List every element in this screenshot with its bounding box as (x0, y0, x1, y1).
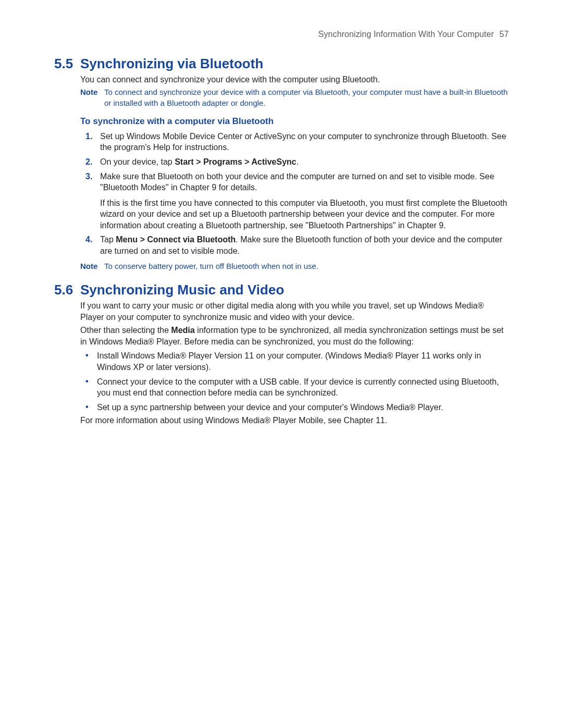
note-block: Note To connect and synchronize your dev… (80, 87, 509, 108)
step-text: Tap Menu > Connect via Bluetooth. Make s… (100, 234, 509, 256)
paragraph-pre: Other than selecting the (80, 326, 171, 335)
step-text-pre: Tap (100, 235, 116, 244)
paragraph: If you want to carry your music or other… (80, 300, 509, 323)
section-number: 5.6 (54, 281, 80, 299)
step-number: 4. (80, 234, 100, 245)
bullet-text: Set up a sync partnership between your d… (97, 402, 509, 413)
note-text: To connect and synchronize your device w… (104, 87, 509, 108)
step-text-main: Make sure that Bluetooth on both your de… (100, 172, 494, 192)
step-text-pre: On your device, tap (100, 157, 175, 166)
step-1: 1. Set up Windows Mobile Device Center o… (80, 131, 509, 153)
bullet-item: • Set up a sync partnership between your… (80, 402, 509, 413)
procedure-steps: 1. Set up Windows Mobile Device Center o… (80, 131, 509, 257)
step-text: Make sure that Bluetooth on both your de… (100, 171, 509, 231)
step-text-bold: Menu > Connect via Bluetooth (116, 235, 236, 244)
intro-paragraph: You can connect and synchronize your dev… (80, 74, 509, 85)
step-2: 2. On your device, tap Start > Programs … (80, 156, 509, 168)
step-text: Set up Windows Mobile Device Center or A… (100, 131, 509, 153)
bullet-icon: • (80, 402, 97, 412)
bullet-list: • Install Windows Media® Player Version … (80, 350, 509, 413)
bullet-text: Install Windows Media® Player Version 11… (97, 350, 509, 373)
bullet-icon: • (80, 350, 97, 360)
note-block: Note To conserve battery power, turn off… (80, 261, 509, 272)
note-text: To conserve battery power, turn off Blue… (104, 261, 509, 272)
section-5-5: 5.5 Synchronizing via Bluetooth You can … (54, 55, 509, 272)
running-header: Synchronizing Information With Your Comp… (54, 29, 509, 40)
paragraph: For more information about using Windows… (80, 415, 509, 426)
section-title: Synchronizing via Bluetooth (80, 55, 263, 73)
section-number: 5.5 (54, 55, 80, 73)
procedure-subhead: To synchronize with a computer via Bluet… (80, 116, 509, 128)
note-label: Note (80, 87, 104, 97)
step-text-bold: Start > Programs > ActiveSync (175, 157, 296, 166)
step-number: 1. (80, 131, 100, 142)
chapter-title: Synchronizing Information With Your Comp… (318, 30, 494, 39)
section-title: Synchronizing Music and Video (80, 281, 284, 299)
section-body: If you want to carry your music or other… (80, 300, 509, 426)
document-page: Synchronizing Information With Your Comp… (0, 0, 563, 728)
step-number: 3. (80, 171, 100, 182)
section-body: You can connect and synchronize your dev… (80, 74, 509, 272)
bullet-icon: • (80, 376, 97, 386)
bullet-text: Connect your device to the computer with… (97, 376, 509, 399)
section-5-6: 5.6 Synchronizing Music and Video If you… (54, 281, 509, 426)
bullet-item: • Install Windows Media® Player Version … (80, 350, 509, 373)
step-text-post: . (296, 157, 298, 166)
step-continuation: If this is the first time you have conne… (100, 198, 509, 231)
section-heading: 5.6 Synchronizing Music and Video (54, 281, 509, 299)
step-text: On your device, tap Start > Programs > A… (100, 156, 509, 168)
step-4: 4. Tap Menu > Connect via Bluetooth. Mak… (80, 234, 509, 256)
section-heading: 5.5 Synchronizing via Bluetooth (54, 55, 509, 73)
note-label: Note (80, 261, 104, 272)
step-3: 3. Make sure that Bluetooth on both your… (80, 171, 509, 231)
step-number: 2. (80, 156, 100, 168)
page-number: 57 (499, 30, 509, 39)
paragraph-bold: Media (171, 326, 194, 335)
paragraph: Other than selecting the Media informati… (80, 325, 509, 347)
bullet-item: • Connect your device to the computer wi… (80, 376, 509, 399)
